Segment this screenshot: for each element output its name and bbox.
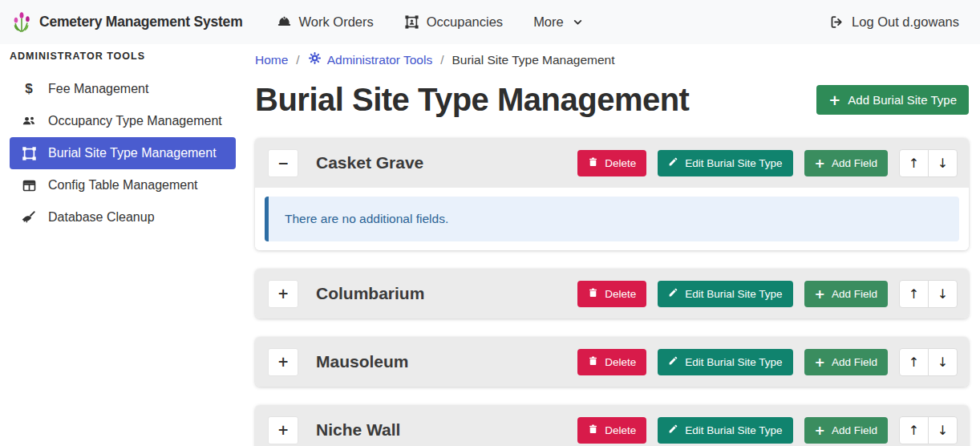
edit-label: Edit Burial Site Type [685,157,782,169]
panel-niche-wall: + Niche Wall Delete [255,405,969,446]
move-down-button[interactable]: ↓ [928,348,958,376]
collapse-toggle-button[interactable]: − [268,149,298,177]
expand-toggle-button[interactable]: + [268,416,298,444]
delete-label: Delete [605,288,636,300]
trash-icon [588,287,598,301]
pencil-icon [668,355,678,368]
nav-item-work-orders[interactable]: Work Orders [277,14,374,30]
reorder-button-group: ↑ ↓ [899,348,958,376]
move-up-button[interactable]: ↑ [899,280,929,308]
panel-header: − Casket Grave Delete [255,138,969,188]
delete-button[interactable]: Delete [577,349,646,375]
breadcrumb-separator: / [440,53,443,67]
plus-icon: + [815,423,825,438]
add-field-label: Add Field [832,356,877,368]
sidebar-item-fee-management[interactable]: $ Fee Management [10,73,236,105]
panel-casket-grave: − Casket Grave Delete [255,138,969,250]
add-field-label: Add Field [832,288,877,300]
pencil-icon [668,424,678,436]
dollar-icon: $ [20,81,38,97]
logout-label: Log Out d.gowans [852,14,959,30]
add-field-button[interactable]: + Add Field [804,417,888,444]
panel-actions: Delete Edit Burial Site Type + Add Field [577,149,958,177]
add-burial-site-type-label: Add Burial Site Type [848,93,957,107]
move-up-button[interactable]: ↑ [899,416,929,444]
panel-body: There are no additional fields. [255,188,969,250]
gear-icon [308,51,322,68]
sidebar-item-database-cleanup[interactable]: Database Cleanup [10,201,236,233]
edit-label: Edit Burial Site Type [685,288,782,300]
move-down-button[interactable]: ↓ [928,149,958,177]
sidebar-item-occupancy-type-management[interactable]: Occupancy Type Management [10,105,236,137]
no-fields-alert: There are no additional fields. [265,197,959,241]
panel-title: Columbarium [316,284,424,303]
plus-icon: + [815,355,825,370]
broom-icon [20,209,38,225]
hard-hat-icon [277,14,292,30]
edit-burial-site-type-button[interactable]: Edit Burial Site Type [658,281,792,307]
plus-icon: + [815,156,825,171]
plus-icon: + [828,91,840,108]
pencil-icon [668,156,678,169]
top-navbar: Cemetery Management System Work Orders [0,0,980,44]
reorder-button-group: ↑ ↓ [899,149,958,177]
panel-actions: Delete Edit Burial Site Type + Add Field [577,348,958,376]
nav-links: Work Orders Occupancies More [277,14,583,30]
add-field-button[interactable]: + Add Field [804,281,888,307]
delete-button[interactable]: Delete [577,281,646,307]
nav-item-label: Work Orders [299,14,374,30]
panel-title: Mausoleum [316,352,409,371]
app-brand: Cemetery Management System [11,9,243,36]
edit-burial-site-type-button[interactable]: Edit Burial Site Type [658,349,792,375]
sidebar-item-burial-site-type-management[interactable]: Burial Site Type Management [10,137,236,169]
sidebar-item-label: Fee Management [48,82,148,96]
edit-burial-site-type-button[interactable]: Edit Burial Site Type [658,417,792,444]
trash-icon [588,156,598,170]
edit-label: Edit Burial Site Type [685,424,782,436]
vector-square-icon [20,146,38,161]
panel-title: Niche Wall [316,420,400,440]
breadcrumb-current-page: Burial Site Type Management [452,53,615,67]
logout-button[interactable]: Log Out d.gowans [829,14,959,30]
panel-columbarium: + Columbarium Delete [255,269,969,318]
sign-out-icon [829,14,844,30]
move-down-button[interactable]: ↓ [928,280,958,308]
pencil-icon [668,287,678,300]
page-header: Burial Site Type Management + Add Burial… [255,81,969,118]
table-icon [20,178,38,193]
trash-icon [588,424,598,437]
plus-icon: + [815,286,825,302]
panel-actions: Delete Edit Burial Site Type + Add Field [577,280,958,308]
sidebar-item-label: Burial Site Type Management [48,146,217,160]
nav-item-more[interactable]: More [533,14,583,30]
add-field-button[interactable]: + Add Field [804,349,888,375]
add-burial-site-type-button[interactable]: + Add Burial Site Type [816,85,969,115]
app-title: Cemetery Management System [39,14,243,30]
sidebar-item-label: Database Cleanup [48,210,155,225]
sidebar-item-label: Config Table Management [48,178,198,193]
delete-label: Delete [605,157,636,169]
nav-item-occupancies[interactable]: Occupancies [404,14,503,30]
panel-mausoleum: + Mausoleum Delete [255,337,969,387]
delete-label: Delete [605,424,636,436]
move-up-button[interactable]: ↑ [899,348,929,376]
delete-button[interactable]: Delete [577,150,646,176]
expand-toggle-button[interactable]: + [268,348,298,376]
add-field-label: Add Field [832,157,877,169]
edit-burial-site-type-button[interactable]: Edit Burial Site Type [658,150,792,176]
move-down-button[interactable]: ↓ [928,416,958,444]
trash-icon [588,355,598,369]
sidebar-item-config-table-management[interactable]: Config Table Management [10,169,236,201]
breadcrumb-home-link[interactable]: Home [255,53,288,67]
no-fields-alert-text: There are no additional fields. [285,212,448,225]
breadcrumb-admin-tools-link[interactable]: Administrator Tools [308,51,433,68]
add-field-button[interactable]: + Add Field [804,150,888,176]
reorder-button-group: ↑ ↓ [899,416,958,444]
move-up-button[interactable]: ↑ [899,149,929,177]
delete-button[interactable]: Delete [577,417,646,444]
add-field-label: Add Field [832,424,877,436]
nav-item-label: More [533,14,564,30]
panel-title: Casket Grave [316,153,423,172]
reorder-button-group: ↑ ↓ [899,280,958,308]
expand-toggle-button[interactable]: + [268,280,298,308]
